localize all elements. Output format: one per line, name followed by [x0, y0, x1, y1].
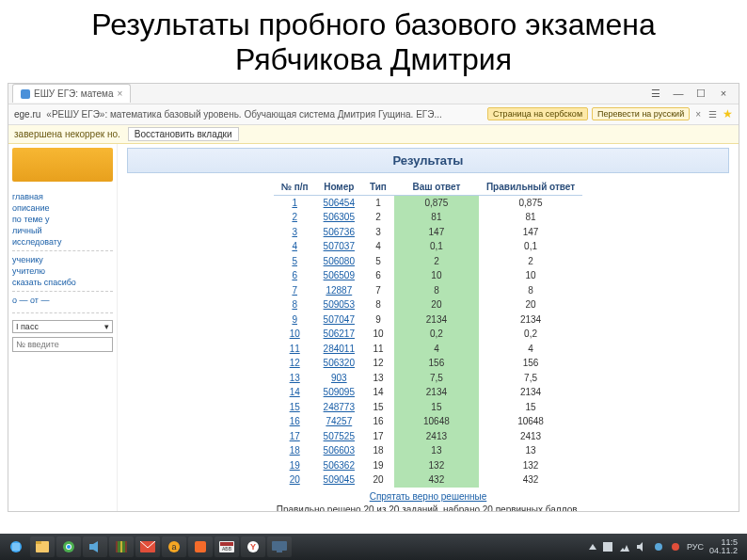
window-maximize-icon[interactable]: ☐	[691, 88, 710, 100]
sidebar-link[interactable]: исследовату	[12, 236, 113, 248]
sidebar-select[interactable]: I пасс ▾	[12, 320, 113, 333]
translate-action-button[interactable]: Перевести на русский	[592, 107, 690, 120]
sidebar-link[interactable]: сказать спасибо	[12, 277, 113, 288]
start-button[interactable]	[4, 536, 28, 557]
favicon-icon	[21, 89, 30, 99]
cell-index[interactable]: 20	[274, 472, 316, 488]
cell-task-number[interactable]: 506509	[316, 268, 362, 283]
cell-index[interactable]: 2	[274, 210, 316, 225]
cell-index[interactable]: 5	[274, 254, 316, 269]
taskbar-app-keyboard[interactable]: АБВ	[215, 536, 239, 557]
cell-task-number[interactable]: 12887	[316, 283, 362, 298]
cell-index[interactable]: 3	[274, 225, 316, 240]
column-header: Номер	[316, 179, 362, 196]
tray-overflow-icon[interactable]	[589, 544, 596, 550]
taskbar-app-archive[interactable]	[109, 536, 134, 557]
svg-rect-7	[89, 544, 93, 550]
taskbar-app-browser2[interactable]	[188, 536, 213, 557]
sidebar-link[interactable]: ученику	[12, 254, 113, 265]
url-host: ege.ru	[14, 109, 40, 120]
cell-task-number[interactable]: 506736	[316, 225, 362, 240]
taskbar-app-antivirus[interactable]: a	[162, 536, 186, 557]
sidebar-search-input[interactable]: № введите	[12, 337, 113, 352]
sidebar-link[interactable]: о — от —	[12, 295, 113, 306]
svg-point-24	[655, 543, 662, 551]
cell-index[interactable]: 1	[274, 195, 316, 210]
cell-your-answer: 2134	[394, 312, 479, 328]
window-minimize-icon[interactable]: —	[669, 88, 688, 100]
tray-flag-icon[interactable]	[602, 541, 613, 552]
cell-index[interactable]: 8	[274, 297, 316, 312]
taskbar-app-yandex[interactable]: Y	[241, 536, 265, 557]
cell-index[interactable]: 17	[274, 429, 316, 444]
taskbar-app-chrome[interactable]	[56, 536, 81, 557]
svg-rect-22	[603, 542, 612, 552]
hide-solved-link[interactable]: Спрятать верно решенные	[127, 491, 729, 502]
browser-tab[interactable]: ЕШУ ЕГЭ: матема ×	[12, 84, 131, 103]
tab-close-icon[interactable]: ×	[117, 88, 122, 99]
cell-task-number[interactable]: 506305	[316, 210, 362, 225]
cell-task-number[interactable]: 903	[316, 371, 362, 386]
svg-rect-14	[195, 541, 206, 552]
window-close-icon[interactable]: ×	[714, 88, 733, 100]
cell-task-number[interactable]: 506320	[316, 356, 362, 371]
taskbar-app-sound[interactable]	[83, 536, 107, 557]
bookmark-star-icon[interactable]: ★	[723, 107, 733, 120]
tray-clock[interactable]: 11:5 04.11.2	[709, 538, 738, 555]
cell-task-number[interactable]: 74257	[316, 414, 362, 429]
cell-index[interactable]: 10	[274, 327, 316, 342]
cell-task-number[interactable]: 248773	[316, 400, 362, 415]
cell-index[interactable]: 13	[274, 371, 316, 386]
cell-index[interactable]: 9	[274, 312, 316, 328]
cell-index[interactable]: 19	[274, 458, 316, 473]
cell-type: 16	[362, 414, 394, 429]
cell-index[interactable]: 18	[274, 443, 316, 458]
cell-index[interactable]: 4	[274, 239, 316, 254]
address-bar: ege.ru «РЕШУ ЕГЭ»: математика базовый ур…	[8, 104, 739, 125]
sidebar-link[interactable]: учителю	[12, 265, 113, 277]
cell-task-number[interactable]: 509045	[316, 472, 362, 488]
translate-detected-button[interactable]: Страница на сербском	[487, 107, 588, 120]
tray-volume-icon[interactable]	[636, 541, 647, 552]
cell-type: 18	[362, 443, 394, 458]
cell-index[interactable]: 6	[274, 268, 316, 283]
taskbar-app-mail[interactable]	[135, 536, 160, 557]
cell-index[interactable]: 16	[274, 414, 316, 429]
taskbar-app-explorer[interactable]	[30, 536, 55, 557]
cell-index[interactable]: 11	[274, 342, 316, 357]
tray-shield-icon[interactable]	[653, 541, 664, 552]
sidebar-link[interactable]: описание	[12, 202, 113, 214]
translate-options-icon[interactable]: ☰	[707, 109, 719, 120]
tray-language[interactable]: РУС	[687, 542, 704, 552]
cell-correct-answer: 13	[479, 443, 582, 458]
cell-index[interactable]: 14	[274, 385, 316, 400]
sidebar-link[interactable]: главная	[12, 191, 113, 202]
cell-task-number[interactable]: 506603	[316, 443, 362, 458]
cell-task-number[interactable]: 506080	[316, 254, 362, 269]
cell-task-number[interactable]: 506217	[316, 327, 362, 342]
cell-type: 4	[362, 239, 394, 254]
cell-task-number[interactable]: 507037	[316, 239, 362, 254]
cell-task-number[interactable]: 284011	[316, 342, 362, 357]
sidebar-link[interactable]: по теме у	[12, 214, 113, 225]
cell-task-number[interactable]: 507525	[316, 429, 362, 444]
translate-close-icon[interactable]: ×	[693, 109, 703, 120]
cell-task-number[interactable]: 509053	[316, 297, 362, 312]
window-menu-icon[interactable]: ☰	[646, 88, 665, 100]
tray-network-icon[interactable]	[619, 541, 630, 552]
cell-task-number[interactable]: 507047	[316, 312, 362, 328]
taskbar-app-display[interactable]	[267, 536, 292, 557]
cell-task-number[interactable]: 506454	[316, 195, 362, 210]
svg-text:a: a	[171, 542, 176, 552]
sidebar-link[interactable]: личный	[12, 225, 113, 236]
cell-task-number[interactable]: 506362	[316, 458, 362, 473]
site-logo[interactable]	[12, 148, 113, 182]
cell-index[interactable]: 12	[274, 356, 316, 371]
cell-index[interactable]: 15	[274, 400, 316, 415]
svg-rect-1	[12, 543, 20, 551]
restore-tabs-button[interactable]: Восстановить вкладки	[128, 127, 239, 141]
divider	[12, 291, 113, 292]
cell-index[interactable]: 7	[274, 283, 316, 298]
tray-update-icon[interactable]	[670, 541, 681, 552]
cell-task-number[interactable]: 509095	[316, 385, 362, 400]
